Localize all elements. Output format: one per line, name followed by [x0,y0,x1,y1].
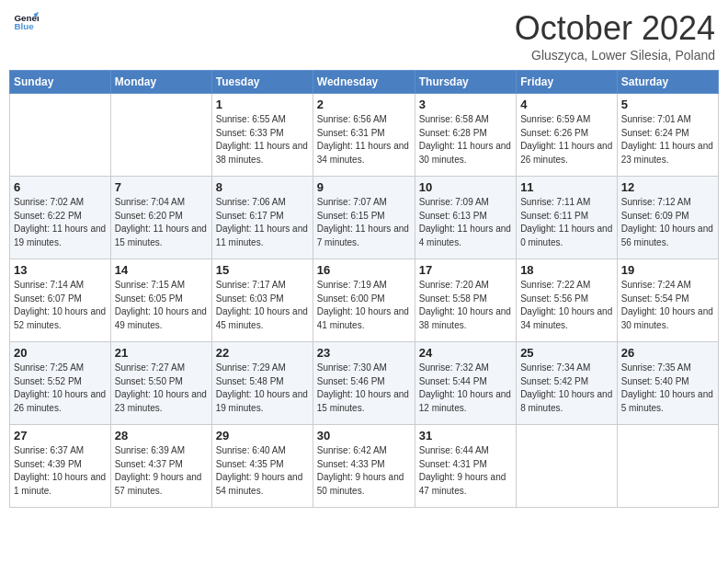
svg-text:Blue: Blue [14,21,34,31]
day-number: 22 [216,346,309,360]
calendar-cell [617,425,718,508]
calendar-cell: 12Sunrise: 7:12 AMSunset: 6:09 PMDayligh… [617,177,718,259]
day-info: Sunrise: 7:29 AMSunset: 5:48 PMDaylight:… [216,362,309,415]
day-number: 26 [621,346,714,360]
day-number: 27 [14,429,107,442]
day-number: 8 [216,180,309,194]
day-number: 11 [520,180,613,194]
calendar-cell: 27Sunrise: 6:37 AMSunset: 4:39 PMDayligh… [10,425,111,508]
day-info: Sunrise: 7:27 AMSunset: 5:50 PMDaylight:… [115,362,208,415]
weekday-header: Thursday [415,71,516,94]
calendar-cell: 17Sunrise: 7:20 AMSunset: 5:58 PMDayligh… [415,259,516,342]
calendar-cell: 22Sunrise: 7:29 AMSunset: 5:48 PMDayligh… [211,342,313,425]
logo: General Blue [13,9,40,35]
day-number: 10 [419,180,512,194]
calendar-cell [517,425,618,508]
calendar-cell: 3Sunrise: 6:58 AMSunset: 6:28 PMDaylight… [415,94,516,177]
day-number: 14 [115,263,208,277]
day-number: 5 [621,98,714,111]
day-number: 31 [419,429,512,442]
day-number: 9 [317,180,411,194]
day-number: 23 [317,346,411,360]
day-info: Sunrise: 7:30 AMSunset: 5:46 PMDaylight:… [317,362,411,415]
calendar-cell: 13Sunrise: 7:14 AMSunset: 6:07 PMDayligh… [10,259,111,342]
calendar-cell [110,94,211,177]
day-info: Sunrise: 7:25 AMSunset: 5:52 PMDaylight:… [14,362,107,415]
day-number: 24 [419,346,512,360]
page-header: General Blue October 2024 Gluszyca, Lowe… [9,9,719,63]
calendar-cell: 31Sunrise: 6:44 AMSunset: 4:31 PMDayligh… [415,425,516,508]
calendar-cell: 7Sunrise: 7:04 AMSunset: 6:20 PMDaylight… [110,177,211,259]
day-info: Sunrise: 7:17 AMSunset: 6:03 PMDaylight:… [216,279,309,332]
day-info: Sunrise: 6:37 AMSunset: 4:39 PMDaylight:… [14,444,107,498]
calendar-cell: 21Sunrise: 7:27 AMSunset: 5:50 PMDayligh… [110,342,211,425]
day-info: Sunrise: 7:09 AMSunset: 6:13 PMDaylight:… [419,196,512,249]
day-number: 3 [419,98,512,111]
calendar-week-row: 6Sunrise: 7:02 AMSunset: 6:22 PMDaylight… [10,177,719,259]
weekday-header-row: SundayMondayTuesdayWednesdayThursdayFrid… [10,71,719,94]
calendar-cell: 25Sunrise: 7:34 AMSunset: 5:42 PMDayligh… [517,342,618,425]
day-number: 13 [14,263,107,277]
day-info: Sunrise: 6:39 AMSunset: 4:37 PMDaylight:… [115,444,208,498]
calendar-cell: 20Sunrise: 7:25 AMSunset: 5:52 PMDayligh… [10,342,111,425]
day-info: Sunrise: 7:07 AMSunset: 6:15 PMDaylight:… [317,196,411,249]
day-info: Sunrise: 7:11 AMSunset: 6:11 PMDaylight:… [520,196,613,249]
day-info: Sunrise: 7:32 AMSunset: 5:44 PMDaylight:… [419,362,512,415]
calendar-cell: 5Sunrise: 7:01 AMSunset: 6:24 PMDaylight… [617,94,718,177]
day-number: 1 [216,98,309,111]
day-number: 2 [317,98,411,111]
day-number: 16 [317,263,411,277]
calendar-cell: 14Sunrise: 7:15 AMSunset: 6:05 PMDayligh… [110,259,211,342]
day-info: Sunrise: 7:19 AMSunset: 6:00 PMDaylight:… [317,279,411,332]
day-number: 20 [14,346,107,360]
calendar-week-row: 1Sunrise: 6:55 AMSunset: 6:33 PMDaylight… [10,94,719,177]
calendar-cell: 11Sunrise: 7:11 AMSunset: 6:11 PMDayligh… [517,177,618,259]
day-info: Sunrise: 7:04 AMSunset: 6:20 PMDaylight:… [115,196,208,249]
day-number: 30 [317,429,411,442]
day-number: 28 [115,429,208,442]
calendar-cell: 9Sunrise: 7:07 AMSunset: 6:15 PMDaylight… [313,177,415,259]
day-info: Sunrise: 6:56 AMSunset: 6:31 PMDaylight:… [317,113,411,167]
calendar-cell: 24Sunrise: 7:32 AMSunset: 5:44 PMDayligh… [415,342,516,425]
day-number: 29 [216,429,309,442]
calendar-cell: 18Sunrise: 7:22 AMSunset: 5:56 PMDayligh… [517,259,618,342]
day-info: Sunrise: 6:44 AMSunset: 4:31 PMDaylight:… [419,444,512,498]
day-number: 15 [216,263,309,277]
calendar-cell: 4Sunrise: 6:59 AMSunset: 6:26 PMDaylight… [517,94,618,177]
weekday-header: Wednesday [313,71,415,94]
day-info: Sunrise: 7:15 AMSunset: 6:05 PMDaylight:… [115,279,208,332]
location: Gluszyca, Lower Silesia, Poland [515,48,715,63]
day-info: Sunrise: 6:40 AMSunset: 4:35 PMDaylight:… [216,444,309,498]
calendar-cell: 19Sunrise: 7:24 AMSunset: 5:54 PMDayligh… [617,259,718,342]
day-info: Sunrise: 7:01 AMSunset: 6:24 PMDaylight:… [621,113,714,167]
day-number: 7 [115,180,208,194]
day-info: Sunrise: 7:24 AMSunset: 5:54 PMDaylight:… [621,279,714,332]
title-block: October 2024 Gluszyca, Lower Silesia, Po… [515,9,715,63]
weekday-header: Friday [517,71,618,94]
calendar-cell: 16Sunrise: 7:19 AMSunset: 6:00 PMDayligh… [313,259,415,342]
weekday-header: Tuesday [211,71,313,94]
day-info: Sunrise: 7:22 AMSunset: 5:56 PMDaylight:… [520,279,613,332]
day-info: Sunrise: 7:14 AMSunset: 6:07 PMDaylight:… [14,279,107,332]
calendar-cell: 23Sunrise: 7:30 AMSunset: 5:46 PMDayligh… [313,342,415,425]
day-info: Sunrise: 7:20 AMSunset: 5:58 PMDaylight:… [419,279,512,332]
weekday-header: Saturday [617,71,718,94]
day-info: Sunrise: 6:55 AMSunset: 6:33 PMDaylight:… [216,113,309,167]
day-info: Sunrise: 7:02 AMSunset: 6:22 PMDaylight:… [14,196,107,249]
day-number: 19 [621,263,714,277]
day-info: Sunrise: 7:06 AMSunset: 6:17 PMDaylight:… [216,196,309,249]
calendar-cell: 2Sunrise: 6:56 AMSunset: 6:31 PMDaylight… [313,94,415,177]
calendar-week-row: 27Sunrise: 6:37 AMSunset: 4:39 PMDayligh… [10,425,719,508]
day-number: 17 [419,263,512,277]
month-title: October 2024 [515,9,715,48]
calendar-cell: 8Sunrise: 7:06 AMSunset: 6:17 PMDaylight… [211,177,313,259]
calendar-cell: 15Sunrise: 7:17 AMSunset: 6:03 PMDayligh… [211,259,313,342]
day-number: 4 [520,98,613,111]
calendar-cell: 6Sunrise: 7:02 AMSunset: 6:22 PMDaylight… [10,177,111,259]
calendar-cell: 26Sunrise: 7:35 AMSunset: 5:40 PMDayligh… [617,342,718,425]
calendar-cell: 29Sunrise: 6:40 AMSunset: 4:35 PMDayligh… [211,425,313,508]
logo-icon: General Blue [13,9,39,35]
day-info: Sunrise: 6:58 AMSunset: 6:28 PMDaylight:… [419,113,512,167]
day-number: 25 [520,346,613,360]
calendar-cell: 28Sunrise: 6:39 AMSunset: 4:37 PMDayligh… [110,425,211,508]
